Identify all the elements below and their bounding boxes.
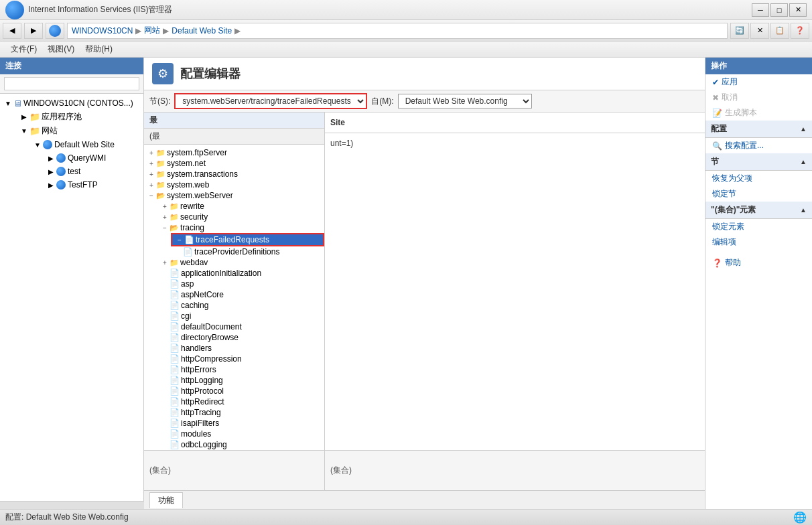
exp-handlers[interactable] bbox=[160, 345, 170, 352]
config-node-security[interactable]: + 📁 security bbox=[157, 212, 324, 222]
exp-systemweb[interactable]: + bbox=[147, 181, 156, 189]
action-lock-element[interactable]: 锁定元素 bbox=[705, 219, 812, 234]
config-node-cgi[interactable]: 📄 cgi bbox=[157, 311, 324, 321]
exp-httptracing[interactable] bbox=[160, 409, 170, 417]
exp-dirbrowse[interactable] bbox=[160, 334, 170, 342]
exp-odbclogging[interactable] bbox=[160, 441, 170, 449]
exp-ftpserver[interactable]: + bbox=[147, 149, 156, 157]
exp-rewrite[interactable]: + bbox=[160, 203, 170, 210]
config-node-asp[interactable]: 📄 asp bbox=[157, 279, 324, 289]
exp-security[interactable]: + bbox=[160, 214, 170, 221]
exp-defaultdoc[interactable] bbox=[160, 323, 170, 331]
maximize-button[interactable]: □ bbox=[770, 3, 788, 17]
config-node-caching[interactable]: 📄 caching bbox=[157, 300, 324, 311]
action-cancel[interactable]: ✖ 取消 bbox=[705, 90, 812, 105]
expander-testftp[interactable]: ▶ bbox=[46, 179, 56, 190]
sidebar-item-querywmi[interactable]: ▶ QueryWMI bbox=[46, 151, 143, 165]
stop-button[interactable]: ✕ bbox=[750, 23, 769, 39]
exp-webdav[interactable]: + bbox=[160, 259, 170, 267]
sidebar-scrollbar[interactable] bbox=[0, 501, 144, 509]
config-node-httpprotocol[interactable]: 📄 httpProtocol bbox=[157, 386, 324, 396]
close-button[interactable]: ✕ bbox=[789, 3, 807, 17]
config-node-handlers[interactable]: 📄 handlers bbox=[157, 343, 324, 354]
exp-tracefailed[interactable]: − bbox=[175, 236, 184, 244]
config-node-appinit[interactable]: 📄 applicationInitialization bbox=[157, 268, 324, 279]
refresh-button[interactable]: 🔄 bbox=[730, 23, 749, 39]
config-node-defaultdoc[interactable]: 📄 defaultDocument bbox=[157, 321, 324, 332]
action-help[interactable]: ❓ 帮助 bbox=[705, 255, 812, 271]
exp-systemwebserver[interactable]: − bbox=[147, 192, 156, 200]
config-node-modules[interactable]: 📄 modules bbox=[157, 429, 324, 439]
config-node-tracefailedrequests[interactable]: − 📄 traceFailedRequests bbox=[171, 233, 324, 246]
config-node-rewrite[interactable]: + 📁 rewrite bbox=[157, 201, 324, 212]
exp-cgi[interactable] bbox=[160, 313, 170, 320]
nav-extra1[interactable]: 📋 bbox=[770, 23, 789, 39]
config-node-isapifilters[interactable]: 📄 isapiFilters bbox=[157, 418, 324, 429]
config-node-systemweb[interactable]: + 📁 system.web bbox=[144, 179, 324, 190]
tab-function[interactable]: 功能 bbox=[149, 492, 183, 508]
breadcrumb-windows[interactable]: WINDOWS10CN bbox=[72, 26, 133, 35]
exp-httperrors[interactable] bbox=[160, 366, 170, 374]
sidebar-search-input[interactable] bbox=[4, 77, 139, 90]
expander-querywmi[interactable]: ▶ bbox=[46, 153, 56, 163]
exp-systemnet[interactable]: + bbox=[147, 160, 156, 167]
config-collapse-icon[interactable]: ▲ bbox=[800, 125, 807, 133]
exp-systemtransactions[interactable]: + bbox=[147, 171, 156, 178]
config-node-systemwebserver[interactable]: − 📂 system.webServer bbox=[144, 190, 324, 201]
exp-asp[interactable] bbox=[160, 281, 170, 288]
exp-aspnetcore[interactable] bbox=[160, 291, 170, 299]
action-search-config[interactable]: 🔍 搜索配置... bbox=[705, 138, 812, 153]
file-dropdown[interactable]: Default Web Site Web.config bbox=[398, 94, 532, 108]
exp-modules[interactable] bbox=[160, 431, 170, 438]
exp-appinit[interactable] bbox=[160, 270, 170, 277]
action-restore-parent[interactable]: 恢复为父项 bbox=[705, 171, 812, 186]
config-node-httperrors[interactable]: 📄 httpErrors bbox=[157, 364, 324, 375]
exp-isapifilters[interactable] bbox=[160, 420, 170, 427]
exp-traceprovider[interactable] bbox=[174, 248, 183, 256]
section-collapse-icon[interactable]: ▲ bbox=[800, 158, 807, 165]
exp-httpcompression[interactable] bbox=[160, 356, 170, 363]
home-button[interactable] bbox=[46, 23, 64, 39]
breadcrumb-websites[interactable]: 网站 bbox=[144, 25, 160, 36]
sidebar-item-root[interactable]: ▼ 🖥 WINDOWS10CN (CONTOS...) bbox=[0, 96, 143, 110]
exp-httpredirect[interactable] bbox=[160, 398, 170, 406]
menu-view[interactable]: 视图(V) bbox=[42, 42, 80, 56]
help-nav-button[interactable]: ❓ bbox=[791, 23, 809, 39]
expander-apppool[interactable]: ▶ bbox=[19, 112, 29, 123]
config-node-dirbrowse[interactable]: 📄 directoryBrowse bbox=[157, 332, 324, 343]
action-lock-section[interactable]: 锁定节 bbox=[705, 186, 812, 202]
config-node-httpcompression[interactable]: 📄 httpCompression bbox=[157, 354, 324, 364]
config-node-webdav[interactable]: + 📁 webdav bbox=[157, 257, 324, 268]
section-dropdown[interactable]: system.webServer/tracing/traceFailedRequ… bbox=[174, 93, 367, 109]
action-generate-script[interactable]: 📝 生成脚本 bbox=[705, 105, 812, 121]
menu-file[interactable]: 文件(F) bbox=[5, 42, 42, 56]
expander-defaultwebsite[interactable]: ▼ bbox=[32, 139, 43, 150]
sidebar-item-test[interactable]: ▶ test bbox=[46, 165, 143, 178]
config-node-httplogging[interactable]: 📄 httpLogging bbox=[157, 375, 324, 386]
config-node-httpredirect[interactable]: 📄 httpRedirect bbox=[157, 396, 324, 407]
expander-websites[interactable]: ▼ bbox=[19, 126, 29, 137]
config-node-odbclogging[interactable]: 📄 odbcLogging bbox=[157, 439, 324, 450]
sidebar-item-websites[interactable]: ▼ 📁 网站 bbox=[19, 124, 143, 138]
config-node-traceproviderdefs[interactable]: 📄 traceProviderDefinitions bbox=[171, 246, 324, 257]
sidebar-item-default-web-site[interactable]: ▼ Default Web Site bbox=[32, 138, 143, 151]
config-node-systemtransactions[interactable]: + 📁 system.transactions bbox=[144, 169, 324, 179]
config-node-aspnetcore[interactable]: 📄 aspNetCore bbox=[157, 289, 324, 300]
config-node-tracing[interactable]: − 📂 tracing bbox=[157, 222, 324, 233]
forward-button[interactable]: ▶ bbox=[24, 23, 43, 39]
expander-test[interactable]: ▶ bbox=[46, 166, 56, 177]
action-apply[interactable]: ✔ 应用 bbox=[705, 74, 812, 90]
collection-collapse-icon[interactable]: ▲ bbox=[800, 206, 807, 214]
menu-help[interactable]: 帮助(H) bbox=[80, 42, 118, 56]
config-node-systemnet[interactable]: + 📁 system.net bbox=[144, 158, 324, 169]
back-button[interactable]: ◀ bbox=[3, 23, 21, 39]
exp-tracing[interactable]: − bbox=[160, 224, 170, 232]
sidebar-item-testftp[interactable]: ▶ TestFTP bbox=[46, 178, 143, 192]
minimize-button[interactable]: ─ bbox=[752, 3, 769, 17]
exp-httpprotocol[interactable] bbox=[160, 388, 170, 395]
exp-httplogging[interactable] bbox=[160, 377, 170, 384]
sidebar-item-apppool[interactable]: ▶ 📁 应用程序池 bbox=[19, 110, 143, 124]
action-edit-items[interactable]: 编辑项 bbox=[705, 234, 812, 250]
expander-root[interactable]: ▼ bbox=[3, 98, 13, 108]
exp-caching[interactable] bbox=[160, 302, 170, 309]
